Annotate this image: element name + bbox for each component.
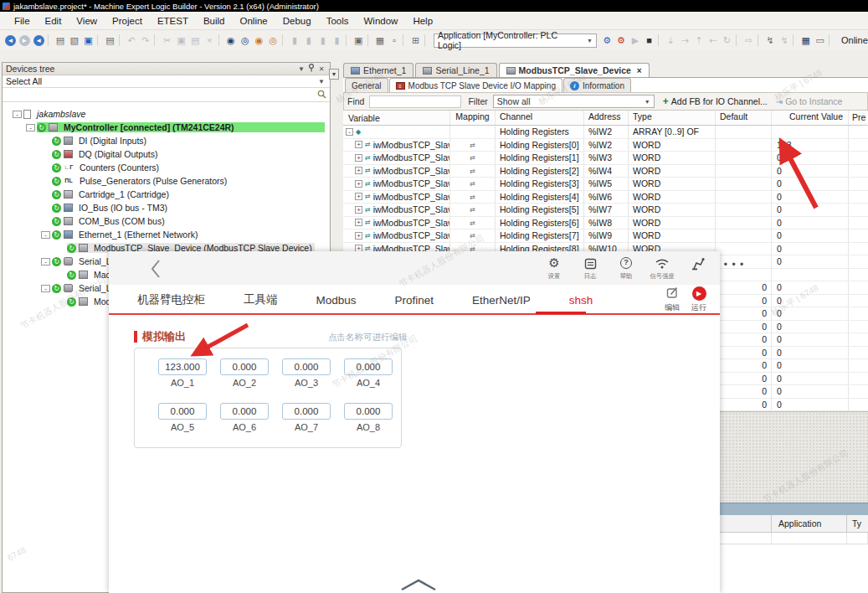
tab-ethernet-1[interactable]: Ethernet_1 — [343, 63, 413, 77]
menu-item[interactable]: Edit — [38, 14, 69, 28]
prepared-value-cell[interactable] — [849, 347, 868, 359]
application-column[interactable]: Application — [772, 515, 847, 532]
tab-shsh[interactable]: shsh — [569, 294, 593, 307]
separator[interactable] — [119, 34, 123, 46]
default-value-cell[interactable]: 0 — [716, 333, 772, 346]
separator[interactable] — [424, 34, 429, 46]
default-value-cell[interactable]: 0 — [716, 281, 772, 294]
force-values-icon[interactable]: ↯ — [763, 34, 778, 47]
prepared-value-cell[interactable] — [849, 255, 868, 268]
application-combo[interactable]: Application [MyController: PLC Logic] ▼ — [434, 34, 597, 48]
prepared-value-cell[interactable] — [849, 385, 868, 398]
prepared-value-cell[interactable] — [849, 229, 868, 242]
step-over-icon[interactable]: ⇢ — [678, 34, 692, 47]
prepared-value-cell[interactable] — [849, 217, 868, 229]
stop-icon[interactable]: ■ — [642, 34, 656, 47]
ao-value-input[interactable]: 0.000 — [344, 358, 393, 375]
table-row[interactable]: +⇄iwModbusTCP_Slav... ⇄ Holding Register… — [343, 229, 868, 243]
tree-item-com-bus[interactable]: COM_Bus (COM bus) — [3, 214, 330, 228]
filter-select[interactable]: Show all ▼ — [493, 95, 655, 108]
default-value-cell[interactable] — [716, 152, 772, 164]
find-in-project-icon[interactable]: ◉ — [252, 34, 266, 47]
replace-in-project-icon[interactable]: ◎ — [266, 34, 280, 47]
expand-icon[interactable]: + — [355, 206, 362, 214]
tree-item-cartridge[interactable]: Cartridge_1 (Cartridge) — [3, 188, 330, 201]
separator[interactable] — [658, 34, 662, 46]
prepared-value-cell[interactable] — [849, 359, 868, 372]
prepared-value-cell[interactable] — [849, 269, 868, 281]
help-button[interactable]: ? 帮助 — [612, 255, 640, 281]
library-icon[interactable]: ⊞ — [408, 34, 423, 47]
default-value-cell[interactable] — [716, 229, 772, 242]
default-value-cell[interactable] — [716, 165, 772, 178]
default-value-cell[interactable]: 0 — [716, 373, 772, 385]
default-value-cell[interactable]: 0 — [716, 399, 772, 411]
paste-icon[interactable]: ▤ — [188, 34, 203, 47]
menu-item[interactable]: Tools — [319, 14, 357, 28]
add-fb-button[interactable]: + Add FB for IO Channel... — [663, 95, 768, 107]
ao-value-input[interactable]: 0.000 — [158, 403, 207, 420]
unforce-values-icon[interactable]: ↯ — [778, 34, 792, 47]
prepared-value-cell[interactable] — [849, 333, 868, 346]
tab-serial-line-1[interactable]: Serial_Line_1 — [415, 63, 496, 77]
new-screen-icon[interactable]: ▫ — [387, 34, 401, 47]
ao-label[interactable]: AO_7 — [295, 422, 318, 432]
expand-icon[interactable]: + — [355, 141, 362, 148]
pin-icon[interactable] — [306, 64, 316, 74]
default-value-cell[interactable] — [716, 204, 772, 216]
prepared-value-cell[interactable] — [849, 373, 868, 385]
build-icon[interactable]: ▦ — [373, 34, 388, 47]
separator[interactable] — [736, 34, 740, 46]
grid-view-icon[interactable]: ▦ — [799, 34, 813, 47]
separator[interactable] — [97, 34, 101, 46]
close-icon[interactable]: × — [637, 66, 642, 75]
delete-icon[interactable]: × — [203, 34, 217, 47]
default-value-cell[interactable] — [716, 178, 772, 190]
expand-icon[interactable]: + — [355, 193, 362, 200]
menu-item[interactable]: Project — [105, 14, 150, 28]
step-out-icon[interactable]: ⇡ — [692, 34, 706, 47]
reset-icon[interactable]: ↻ — [720, 34, 734, 47]
bookmark-prev-icon[interactable]: ▮ — [316, 34, 330, 47]
tab-robot-cabinet[interactable]: 机器臂电控柜 — [137, 292, 205, 307]
default-value-cell[interactable]: 0 — [716, 307, 772, 320]
tab-modbus[interactable]: Modbus — [316, 294, 357, 307]
prepared-value-cell[interactable] — [849, 321, 868, 333]
separator[interactable] — [218, 34, 223, 46]
prepared-value-cell[interactable] — [849, 165, 868, 178]
bookmark-next-icon[interactable]: ▮ — [301, 34, 316, 47]
back-icon[interactable]: ◄ — [5, 35, 16, 46]
ao-value-input[interactable]: 0.000 — [282, 403, 331, 420]
separator[interactable] — [793, 34, 797, 46]
separator[interactable] — [48, 34, 52, 46]
default-value-cell[interactable]: 0 — [716, 321, 772, 333]
prepared-value-cell[interactable] — [849, 204, 868, 216]
prepared-value-cell[interactable] — [849, 139, 868, 152]
default-value-cell[interactable]: 0 — [716, 295, 772, 307]
menu-item[interactable]: Build — [196, 14, 233, 28]
table-row[interactable]: +⇄iwModbusTCP_Slav... ⇄ Holding Register… — [343, 217, 868, 230]
tree-item-counters[interactable]: ∟Γ Counters (Counters) — [3, 161, 330, 174]
collapse-chevron-icon[interactable] — [400, 578, 437, 593]
tree-item-mycontroller[interactable]: - MyController [connected] (TM241CE24R) — [3, 121, 330, 134]
expand-icon[interactable]: + — [355, 180, 362, 188]
prepared-value-cell[interactable] — [849, 191, 868, 204]
find-icon[interactable]: ◉ — [223, 34, 238, 47]
default-value-cell[interactable] — [716, 126, 772, 138]
separator[interactable] — [403, 34, 407, 46]
tab-ethernet-ip[interactable]: EtherNet/IP — [472, 294, 531, 307]
open-project-icon[interactable]: ▧ — [67, 34, 81, 47]
separator[interactable] — [829, 34, 833, 46]
ao-label[interactable]: AO_6 — [233, 422, 256, 432]
settings-button[interactable]: ⚙ 设置 — [540, 255, 568, 281]
chevron-down-icon[interactable]: ▼ — [296, 65, 306, 73]
menu-item[interactable]: Window — [357, 14, 406, 28]
menu-item[interactable]: Help — [405, 14, 440, 28]
menu-item[interactable]: Online — [233, 14, 275, 28]
bookmark-clear-icon[interactable]: ▮ — [330, 34, 344, 47]
ao-label[interactable]: AO_1 — [171, 378, 194, 388]
compare-icon[interactable]: ▣ — [352, 34, 366, 47]
ao-label[interactable]: AO_4 — [357, 378, 380, 388]
start-icon[interactable]: ▶ — [628, 34, 642, 47]
default-value-cell[interactable] — [716, 217, 772, 229]
